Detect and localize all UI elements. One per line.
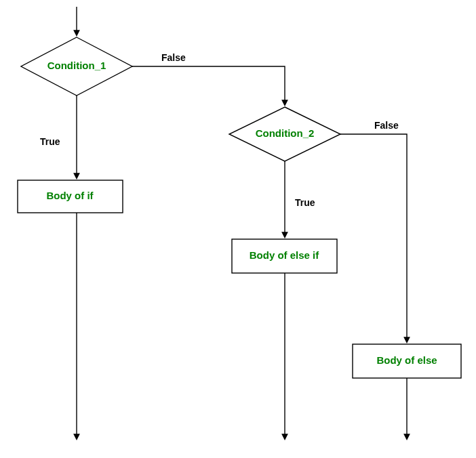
edge-c1-false xyxy=(132,66,285,105)
edge-c2-false xyxy=(340,134,407,342)
edge-c1-false-label: False xyxy=(161,52,186,63)
edge-c2-false-label: False xyxy=(374,120,399,131)
edge-c2-true-label: True xyxy=(295,197,315,208)
process-body-else-label: Body of else xyxy=(376,354,437,366)
condition-1-label: Condition_1 xyxy=(47,60,106,71)
edge-c1-true-label: True xyxy=(40,136,60,147)
process-body-if-label: Body of if xyxy=(46,190,94,201)
process-body-elseif-label: Body of else if xyxy=(250,249,320,261)
condition-2-label: Condition_2 xyxy=(256,127,315,139)
